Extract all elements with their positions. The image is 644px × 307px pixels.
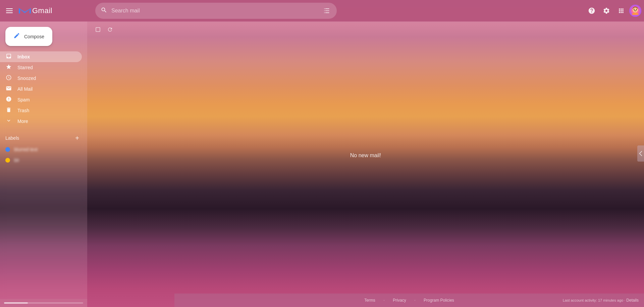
sidebar-nav: Inbox Starred Snoozed [0, 51, 87, 127]
search-icon [101, 7, 107, 15]
header-right [585, 4, 641, 17]
inbox-icon [5, 53, 12, 61]
avatar[interactable] [629, 5, 641, 17]
footer-privacy-link[interactable]: Privacy [393, 298, 406, 303]
storage-bar-track [4, 302, 83, 304]
chevron-down-icon [5, 118, 12, 125]
sidebar-item-spam-label: Spam [17, 97, 30, 102]
no-mail-text: No new mail! [350, 152, 381, 159]
label-item-1[interactable]: blurred text [5, 144, 82, 155]
chevron-left-icon [639, 150, 643, 157]
sidebar: Compose Inbox Starred [0, 21, 87, 307]
compose-pen-icon [13, 32, 20, 41]
help-button[interactable] [585, 4, 598, 17]
search-input-wrapper [95, 3, 337, 19]
sidebar-item-snoozed-label: Snoozed [17, 76, 36, 81]
sidebar-item-all-mail-label: All Mail [17, 86, 33, 92]
sidebar-item-all-mail[interactable]: All Mail [0, 84, 82, 94]
labels-title: Labels [5, 135, 19, 141]
label-item-2[interactable]: blr [5, 155, 82, 166]
footer-activity: Last account activity: 17 minutes ago · … [563, 298, 639, 303]
svg-rect-0 [6, 8, 13, 9]
label-dot-1 [5, 147, 10, 152]
checkbox-icon [95, 27, 101, 33]
refresh-icon [107, 27, 113, 33]
settings-icon [603, 7, 610, 14]
settings-button[interactable] [600, 4, 613, 17]
label-text-2: blr [14, 158, 19, 163]
svg-rect-1 [6, 10, 13, 11]
label-text-1: blurred text [14, 147, 38, 152]
toolbar [87, 21, 644, 38]
storage-bar-fill [4, 302, 28, 304]
svg-point-6 [636, 9, 637, 10]
sidebar-item-inbox-label: Inbox [17, 54, 30, 59]
add-label-button[interactable]: + [72, 133, 82, 143]
content-footer: Terms · Privacy · Program Policies Last … [174, 294, 644, 307]
sidebar-item-trash-label: Trash [17, 108, 29, 113]
help-icon [588, 7, 595, 14]
clock-icon [5, 75, 12, 82]
apps-icon [618, 7, 625, 14]
storage-bar [0, 299, 87, 307]
compose-label: Compose [24, 34, 44, 39]
search-options-icon [323, 7, 330, 14]
menu-button[interactable] [3, 4, 16, 17]
sidebar-item-starred[interactable]: Starred [0, 62, 82, 73]
footer-program-policies-link[interactable]: Program Policies [424, 298, 454, 303]
select-all-button[interactable] [93, 24, 103, 35]
gmail-logo: Gmail [19, 6, 52, 15]
footer-separator-2: · [414, 297, 416, 303]
header-left: Gmail [3, 4, 90, 17]
sidebar-item-trash[interactable]: Trash [0, 105, 82, 116]
footer-activity-text: Last account activity: 17 minutes ago [563, 298, 623, 302]
apps-button[interactable] [614, 4, 628, 17]
sidebar-item-inbox[interactable]: Inbox [0, 51, 82, 62]
sidebar-item-more[interactable]: More [0, 116, 82, 127]
refresh-button[interactable] [105, 24, 115, 35]
svg-point-5 [634, 9, 635, 10]
avatar-icon [629, 5, 641, 17]
spam-icon [5, 96, 12, 104]
trash-icon [5, 107, 12, 115]
sidebar-item-more-label: More [17, 119, 28, 124]
search-options-button[interactable] [322, 6, 331, 15]
svg-rect-2 [6, 12, 13, 13]
app-header: Gmail [0, 0, 644, 21]
search-input[interactable] [111, 8, 318, 14]
compose-button[interactable]: Compose [5, 27, 52, 46]
main-content: No new mail! Terms · Privacy · Program P… [87, 21, 644, 307]
sidebar-item-snoozed[interactable]: Snoozed [0, 73, 82, 84]
star-icon [5, 64, 12, 72]
google-m-icon [19, 6, 31, 15]
labels-header: Labels + [5, 132, 82, 144]
labels-section: Labels + blurred text blr [0, 132, 87, 166]
collapse-sidebar-button[interactable] [637, 145, 644, 162]
search-bar [95, 3, 337, 19]
no-mail-message: No new mail! [87, 38, 644, 307]
gmail-wordmark: Gmail [32, 6, 52, 15]
sidebar-item-starred-label: Starred [17, 65, 33, 70]
all-mail-icon [5, 85, 12, 93]
footer-details-link[interactable]: Details [626, 298, 639, 303]
hamburger-icon [6, 7, 13, 14]
footer-terms-link[interactable]: Terms [364, 298, 375, 303]
footer-separator-1: · [383, 297, 385, 303]
label-dot-2 [5, 158, 10, 163]
sidebar-item-spam[interactable]: Spam [0, 94, 82, 105]
